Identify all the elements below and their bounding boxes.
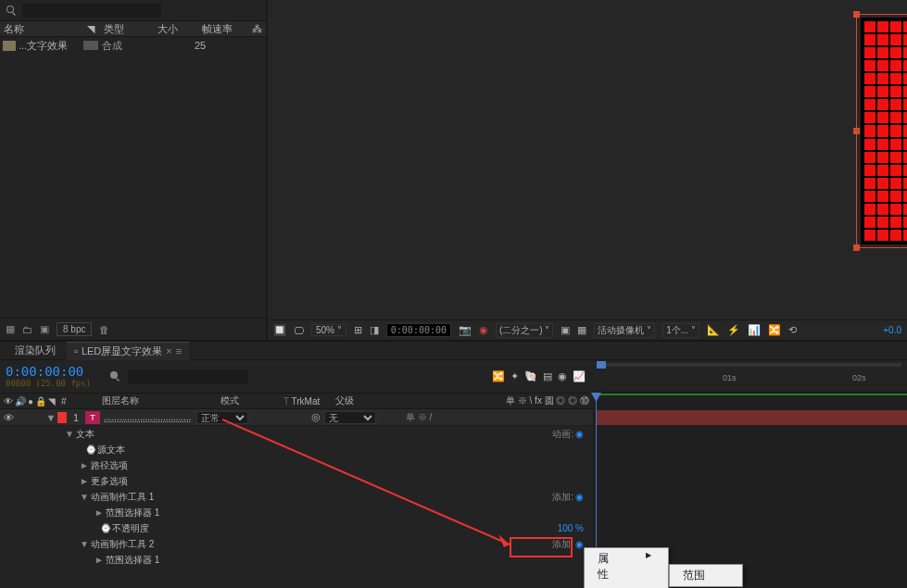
magnify-icon[interactable]: 🔲 [273, 324, 286, 336]
layer-label-color[interactable] [57, 412, 67, 423]
add-menu-icon[interactable]: ◉ [575, 492, 584, 502]
views-dropdown[interactable]: 1个... ˅ [662, 323, 699, 338]
twirl-icon[interactable]: ► [78, 460, 91, 470]
zoom-dropdown[interactable]: 50% ˅ [311, 324, 346, 336]
col-index[interactable]: # [57, 396, 98, 407]
trash-icon[interactable]: 🗑 [99, 324, 109, 335]
current-time[interactable]: 0:00:00:00 [386, 323, 451, 337]
col-parent[interactable]: 父级 [332, 394, 424, 407]
col-size[interactable]: 大小 [154, 22, 198, 36]
speaker-column-icon[interactable]: 🔊 [15, 396, 26, 407]
prop-more-options[interactable]: ► 更多选项 [0, 473, 593, 489]
hide-shy-icon[interactable]: 🐚 [524, 370, 537, 382]
twirl-icon[interactable]: ► [93, 555, 106, 565]
stopwatch-icon[interactable]: ⌚ [85, 444, 94, 455]
interpret-icon[interactable]: ▦ [6, 323, 15, 335]
graph-editor-icon[interactable]: 📈 [573, 370, 586, 382]
safe-zones-icon[interactable]: ⊞ [354, 324, 362, 336]
prop-path-options[interactable]: ► 路径选项 [0, 457, 593, 473]
stopwatch-icon[interactable]: ⌚ [100, 523, 109, 533]
prop-animator-2[interactable]: ▼ 动画制作工具 2 添加:◉ [0, 536, 593, 552]
timeline-search-input[interactable] [128, 369, 248, 384]
scale-handle[interactable] [853, 244, 860, 251]
prop-source-text[interactable]: ⌚ 源文本 [0, 442, 593, 457]
col-mode[interactable]: 模式 [217, 394, 280, 407]
layer-switches[interactable]: 单 ※ / [406, 411, 432, 424]
fast-preview-icon[interactable]: ⚡ [727, 324, 740, 336]
work-area-bar[interactable] [597, 394, 907, 395]
exposure-value[interactable]: +0.0 [883, 325, 901, 335]
layer-name[interactable]: .................................. [100, 412, 196, 422]
col-layer-name[interactable]: 图层名称 [98, 394, 217, 407]
layer-duration-bar[interactable] [597, 410, 907, 425]
add-menu-icon[interactable]: ◉ [575, 539, 584, 549]
viewer-canvas[interactable]: ✦ [268, 0, 907, 319]
col-tag[interactable]: ◥ [83, 23, 100, 35]
prop-range-selector-2[interactable]: ► 范围选择器 1 [0, 552, 593, 568]
twirl-icon[interactable]: ► [78, 476, 91, 486]
tab-composition[interactable]: ▫ LED屏显文字效果 × ≡ [67, 342, 189, 360]
twirl-icon[interactable]: ▼ [78, 492, 91, 502]
draft-3d-icon[interactable]: ✦ [510, 370, 519, 382]
opacity-value[interactable]: 100 % [558, 523, 593, 533]
composition-viewer: ✦ 🔲 🖵 50% ˅ ⊞ ◨ 0:00:00:00 📷 ◉ (二分之一) ˅ … [266, 0, 907, 340]
label-column[interactable]: ◥ [44, 396, 57, 407]
comp-icon [3, 41, 16, 51]
monitor-icon[interactable]: 🖵 [294, 325, 304, 336]
eye-column-icon[interactable]: 👁 [4, 396, 13, 407]
twirl-icon[interactable]: ▼ [44, 412, 57, 423]
frame-blend-icon[interactable]: ▤ [543, 370, 552, 382]
blend-mode-dropdown[interactable]: 正常 [196, 411, 248, 424]
scale-handle[interactable] [853, 128, 860, 134]
layer-row-1[interactable]: 👁 ▼ 1 T ................................… [0, 409, 593, 426]
motion-blur-icon[interactable]: ◉ [558, 370, 567, 382]
work-area-handle[interactable] [597, 361, 606, 369]
timecode-display[interactable]: 0:00:00:00 00000 (25.00 fps) [0, 360, 104, 393]
pixel-aspect-icon[interactable]: 📐 [707, 324, 720, 336]
led-text-layer[interactable] [861, 18, 907, 244]
roi-icon[interactable]: ▣ [561, 324, 570, 336]
timeline-icon[interactable]: 📊 [748, 324, 761, 336]
time-ruler[interactable]: 01s 02s [593, 360, 907, 393]
prop-text-group[interactable]: ▼ 文本 动画:◉ [0, 426, 593, 442]
viewer-toolbar: 🔲 🖵 50% ˅ ⊞ ◨ 0:00:00:00 📷 ◉ (二分之一) ˅ ▣ … [268, 319, 907, 340]
visibility-toggle[interactable]: 👁 [4, 412, 17, 423]
close-icon[interactable]: × [166, 345, 171, 357]
transparency-grid-icon[interactable]: ▦ [577, 324, 586, 336]
resolution-dropdown[interactable]: (二分之一) ˅ [496, 323, 553, 338]
twirl-icon[interactable]: ► [93, 507, 106, 518]
solo-column-icon[interactable]: ● [28, 396, 33, 407]
twirl-icon[interactable]: ▼ [78, 539, 91, 549]
prop-range-selector-1[interactable]: ► 范围选择器 1 [0, 505, 593, 520]
camera-dropdown[interactable]: 活动摄像机 ˅ [594, 323, 655, 338]
comp-mini-flowchart-icon[interactable]: 🔀 [492, 370, 505, 382]
animate-menu-icon[interactable]: ◉ [575, 429, 584, 439]
bpc-button[interactable]: 8 bpc [57, 322, 92, 336]
ruler-tick: 02s [852, 373, 866, 382]
show-channel-icon[interactable]: ◉ [479, 324, 488, 336]
reset-exposure-icon[interactable]: ⟲ [788, 324, 797, 336]
selector-submenu: 范围 [669, 564, 743, 587]
scale-handle[interactable] [853, 11, 860, 18]
flowchart-icon[interactable]: 🔀 [768, 324, 781, 336]
prop-animator-1[interactable]: ▼ 动画制作工具 1 添加:◉ [0, 489, 593, 505]
prop-opacity[interactable]: ⌚ 不透明度 100 % [0, 520, 593, 536]
mask-toggle-icon[interactable]: ◨ [370, 324, 379, 336]
snapshot-icon[interactable]: 📷 [459, 324, 472, 336]
item-label[interactable] [83, 41, 98, 50]
col-fps[interactable]: 帧速率 [198, 22, 236, 36]
folder-icon[interactable]: 🗀 [22, 324, 32, 335]
menu-item-range[interactable]: 范围 [670, 565, 742, 586]
menu-item-property[interactable]: 属性▶ [585, 548, 668, 585]
col-name[interactable]: 名称 [0, 22, 83, 36]
new-comp-icon[interactable]: ▣ [40, 323, 49, 335]
project-search-input[interactable] [22, 3, 161, 18]
twirl-icon[interactable]: ▼ [63, 429, 76, 439]
panel-menu-icon[interactable]: ⁂ [248, 23, 266, 35]
project-item-row[interactable]: ...文字效果 合成 25 [0, 37, 266, 54]
tab-render-queue[interactable]: 渲染队列 [7, 342, 63, 359]
pickwhip-icon[interactable]: ◎ [311, 411, 321, 424]
tab-menu-icon[interactable]: ≡ [176, 345, 182, 357]
col-type[interactable]: 类型 [100, 22, 154, 36]
parent-dropdown[interactable]: 无 [324, 411, 376, 424]
